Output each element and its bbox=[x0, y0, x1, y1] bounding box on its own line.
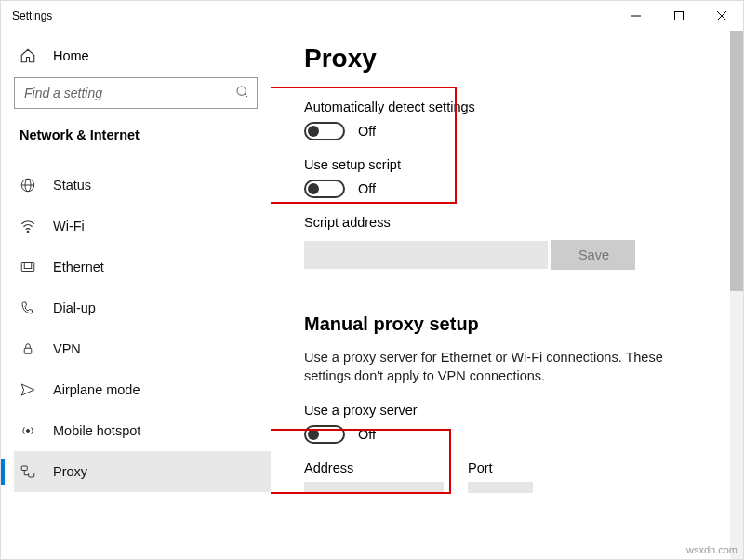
svg-line-5 bbox=[245, 94, 247, 97]
sidebar-item-proxy[interactable]: Proxy bbox=[14, 451, 271, 492]
address-label: Address bbox=[304, 460, 444, 475]
use-proxy-label: Use a proxy server bbox=[304, 403, 717, 418]
page-title: Proxy bbox=[304, 44, 717, 73]
sidebar-item-label: VPN bbox=[53, 341, 81, 356]
maximize-button[interactable] bbox=[658, 1, 700, 31]
window-title: Settings bbox=[12, 9, 52, 22]
manual-section-title: Manual proxy setup bbox=[304, 313, 717, 335]
svg-point-9 bbox=[27, 231, 29, 233]
svg-point-4 bbox=[237, 87, 246, 95]
manual-section-desc: Use a proxy server for Ethernet or Wi-Fi… bbox=[304, 348, 704, 386]
main-panel: Proxy Automatically detect settings Off … bbox=[271, 31, 743, 559]
sidebar-item-label: Dial-up bbox=[53, 300, 96, 315]
search-icon bbox=[235, 85, 250, 103]
ethernet-icon bbox=[20, 259, 36, 275]
svg-rect-14 bbox=[21, 466, 27, 471]
use-proxy-toggle[interactable] bbox=[304, 425, 345, 444]
svg-rect-15 bbox=[29, 473, 34, 478]
minimize-button[interactable] bbox=[615, 1, 658, 31]
globe-icon bbox=[20, 177, 36, 193]
airplane-icon bbox=[20, 381, 36, 398]
proxy-icon bbox=[20, 463, 36, 480]
vpn-icon bbox=[20, 340, 36, 357]
search-input[interactable] bbox=[14, 77, 258, 109]
auto-detect-label: Automatically detect settings bbox=[304, 100, 717, 114]
sidebar-item-vpn[interactable]: VPN bbox=[14, 328, 271, 369]
sidebar-item-wifi[interactable]: Wi-Fi bbox=[14, 206, 271, 247]
sidebar-item-label: Ethernet bbox=[53, 260, 104, 274]
setup-script-state: Off bbox=[358, 181, 376, 196]
close-button[interactable] bbox=[700, 1, 743, 31]
svg-rect-1 bbox=[675, 12, 684, 20]
wifi-icon bbox=[20, 218, 36, 234]
home-nav[interactable]: Home bbox=[14, 40, 271, 77]
svg-rect-10 bbox=[21, 263, 34, 272]
sidebar-item-ethernet[interactable]: Ethernet bbox=[14, 247, 271, 287]
script-address-input[interactable] bbox=[304, 241, 548, 269]
sidebar-item-label: Airplane mode bbox=[53, 382, 140, 397]
auto-detect-state: Off bbox=[358, 124, 376, 139]
sidebar-item-label: Status bbox=[53, 178, 91, 193]
save-button[interactable]: Save bbox=[551, 240, 635, 270]
home-icon bbox=[20, 47, 36, 64]
sidebar-item-status[interactable]: Status bbox=[14, 165, 271, 206]
sidebar-item-label: Wi-Fi bbox=[53, 219, 85, 233]
watermark: wsxdn.com bbox=[686, 544, 737, 555]
address-input[interactable] bbox=[304, 482, 444, 493]
sidebar-item-dialup[interactable]: Dial-up bbox=[14, 287, 271, 328]
use-proxy-state: Off bbox=[358, 427, 376, 442]
sidebar-section-label: Network & Internet bbox=[14, 124, 271, 165]
sidebar-item-airplane[interactable]: Airplane mode bbox=[14, 369, 271, 410]
svg-rect-12 bbox=[24, 348, 32, 353]
sidebar: Home Network & Internet Status Wi-Fi Eth… bbox=[1, 31, 271, 559]
dialup-icon bbox=[20, 300, 36, 316]
auto-detect-toggle[interactable] bbox=[304, 122, 345, 140]
sidebar-item-hotspot[interactable]: Mobile hotspot bbox=[14, 410, 271, 451]
port-label: Port bbox=[468, 460, 533, 475]
setup-script-toggle[interactable] bbox=[304, 180, 345, 198]
port-input[interactable] bbox=[468, 482, 533, 493]
home-label: Home bbox=[53, 48, 89, 63]
hotspot-icon bbox=[20, 422, 36, 439]
svg-rect-11 bbox=[24, 263, 32, 269]
setup-script-label: Use setup script bbox=[304, 157, 717, 172]
sidebar-item-label: Proxy bbox=[53, 464, 87, 479]
window-controls bbox=[615, 1, 743, 31]
sidebar-item-label: Mobile hotspot bbox=[53, 423, 140, 438]
svg-point-13 bbox=[27, 430, 30, 433]
script-address-label: Script address bbox=[304, 215, 717, 230]
